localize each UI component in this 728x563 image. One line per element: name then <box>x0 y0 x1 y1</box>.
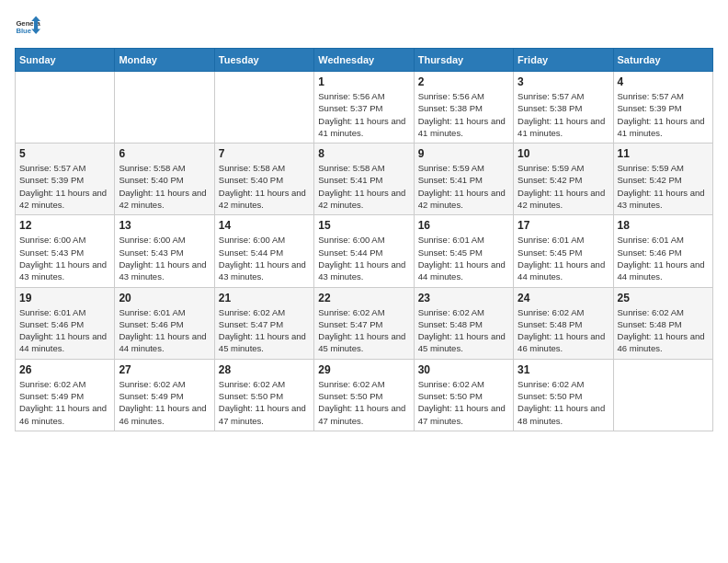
weekday-header: Tuesday <box>214 49 313 72</box>
day-info: Sunrise: 5:59 AM Sunset: 5:41 PM Dayligh… <box>418 162 509 211</box>
calendar-cell <box>613 359 712 431</box>
day-info: Sunrise: 6:01 AM Sunset: 5:46 PM Dayligh… <box>618 234 709 282</box>
calendar-cell: 18Sunrise: 6:01 AM Sunset: 5:46 PM Dayli… <box>613 215 712 287</box>
calendar-cell: 2Sunrise: 5:56 AM Sunset: 5:38 PM Daylig… <box>414 72 513 144</box>
day-number: 1 <box>318 75 409 88</box>
logo-icon: GeneralBlue <box>15 15 40 40</box>
day-number: 30 <box>418 363 509 376</box>
calendar-cell: 23Sunrise: 6:02 AM Sunset: 5:48 PM Dayli… <box>414 287 513 359</box>
day-number: 31 <box>518 363 609 376</box>
day-info: Sunrise: 6:02 AM Sunset: 5:47 PM Dayligh… <box>318 306 409 355</box>
day-info: Sunrise: 5:58 AM Sunset: 5:40 PM Dayligh… <box>119 162 210 211</box>
day-number: 28 <box>219 363 310 376</box>
day-number: 5 <box>19 147 110 160</box>
calendar-cell: 10Sunrise: 5:59 AM Sunset: 5:42 PM Dayli… <box>514 144 613 215</box>
day-info: Sunrise: 5:57 AM Sunset: 5:39 PM Dayligh… <box>618 90 709 139</box>
day-number: 22 <box>318 292 409 304</box>
day-number: 12 <box>19 219 110 232</box>
day-number: 16 <box>418 219 509 232</box>
day-number: 17 <box>518 219 609 232</box>
day-number: 26 <box>19 363 110 376</box>
calendar-week-row: 5Sunrise: 5:57 AM Sunset: 5:39 PM Daylig… <box>16 144 713 215</box>
day-info: Sunrise: 6:02 AM Sunset: 5:48 PM Dayligh… <box>518 306 609 355</box>
calendar-cell: 25Sunrise: 6:02 AM Sunset: 5:48 PM Dayli… <box>613 287 712 359</box>
calendar-cell: 11Sunrise: 5:59 AM Sunset: 5:42 PM Dayli… <box>613 144 712 215</box>
calendar-week-row: 1Sunrise: 5:56 AM Sunset: 5:37 PM Daylig… <box>16 72 713 144</box>
day-info: Sunrise: 5:56 AM Sunset: 5:38 PM Dayligh… <box>418 90 509 139</box>
weekday-header: Sunday <box>16 49 115 72</box>
svg-text:Blue: Blue <box>16 27 31 35</box>
day-info: Sunrise: 5:58 AM Sunset: 5:40 PM Dayligh… <box>219 162 310 211</box>
day-info: Sunrise: 6:02 AM Sunset: 5:50 PM Dayligh… <box>518 378 609 427</box>
calendar-cell: 13Sunrise: 6:00 AM Sunset: 5:43 PM Dayli… <box>115 215 214 287</box>
calendar-cell: 21Sunrise: 6:02 AM Sunset: 5:47 PM Dayli… <box>214 287 313 359</box>
calendar: SundayMondayTuesdayWednesdayThursdayFrid… <box>15 48 713 431</box>
calendar-week-row: 26Sunrise: 6:02 AM Sunset: 5:49 PM Dayli… <box>16 359 713 431</box>
day-info: Sunrise: 6:02 AM Sunset: 5:50 PM Dayligh… <box>219 378 310 427</box>
calendar-cell: 6Sunrise: 5:58 AM Sunset: 5:40 PM Daylig… <box>115 144 214 215</box>
day-info: Sunrise: 6:01 AM Sunset: 5:45 PM Dayligh… <box>418 234 509 282</box>
day-number: 3 <box>518 75 609 88</box>
calendar-cell: 1Sunrise: 5:56 AM Sunset: 5:37 PM Daylig… <box>314 72 414 144</box>
calendar-cell: 14Sunrise: 6:00 AM Sunset: 5:44 PM Dayli… <box>214 215 313 287</box>
calendar-cell: 22Sunrise: 6:02 AM Sunset: 5:47 PM Dayli… <box>314 287 414 359</box>
day-info: Sunrise: 6:02 AM Sunset: 5:49 PM Dayligh… <box>119 378 210 427</box>
day-number: 27 <box>119 363 210 376</box>
calendar-cell: 29Sunrise: 6:02 AM Sunset: 5:50 PM Dayli… <box>314 359 414 431</box>
calendar-cell: 17Sunrise: 6:01 AM Sunset: 5:45 PM Dayli… <box>514 215 613 287</box>
day-info: Sunrise: 5:59 AM Sunset: 5:42 PM Dayligh… <box>518 162 609 211</box>
day-number: 9 <box>418 147 509 160</box>
day-info: Sunrise: 5:56 AM Sunset: 5:37 PM Dayligh… <box>318 90 409 139</box>
day-info: Sunrise: 6:01 AM Sunset: 5:45 PM Dayligh… <box>518 234 609 282</box>
day-info: Sunrise: 6:02 AM Sunset: 5:50 PM Dayligh… <box>318 378 409 427</box>
day-info: Sunrise: 5:57 AM Sunset: 5:39 PM Dayligh… <box>19 162 110 211</box>
day-number: 15 <box>318 219 409 232</box>
day-info: Sunrise: 6:01 AM Sunset: 5:46 PM Dayligh… <box>119 306 210 355</box>
calendar-cell: 15Sunrise: 6:00 AM Sunset: 5:44 PM Dayli… <box>314 215 414 287</box>
calendar-cell: 27Sunrise: 6:02 AM Sunset: 5:49 PM Dayli… <box>115 359 214 431</box>
calendar-cell: 12Sunrise: 6:00 AM Sunset: 5:43 PM Dayli… <box>16 215 115 287</box>
day-number: 24 <box>518 292 609 304</box>
day-info: Sunrise: 6:00 AM Sunset: 5:43 PM Dayligh… <box>119 234 210 282</box>
calendar-cell: 31Sunrise: 6:02 AM Sunset: 5:50 PM Dayli… <box>514 359 613 431</box>
calendar-cell <box>115 72 214 144</box>
day-number: 13 <box>119 219 210 232</box>
day-number: 8 <box>318 147 409 160</box>
day-number: 23 <box>418 292 509 304</box>
weekday-header: Saturday <box>613 49 712 72</box>
day-info: Sunrise: 6:01 AM Sunset: 5:46 PM Dayligh… <box>19 306 110 355</box>
day-info: Sunrise: 6:02 AM Sunset: 5:48 PM Dayligh… <box>418 306 509 355</box>
day-number: 2 <box>418 75 509 88</box>
day-number: 25 <box>618 292 709 304</box>
day-number: 11 <box>618 147 709 160</box>
calendar-cell: 4Sunrise: 5:57 AM Sunset: 5:39 PM Daylig… <box>613 72 712 144</box>
day-number: 4 <box>618 75 709 88</box>
weekday-header-row: SundayMondayTuesdayWednesdayThursdayFrid… <box>16 49 713 72</box>
day-info: Sunrise: 5:59 AM Sunset: 5:42 PM Dayligh… <box>618 162 709 211</box>
day-number: 10 <box>518 147 609 160</box>
calendar-cell: 5Sunrise: 5:57 AM Sunset: 5:39 PM Daylig… <box>16 144 115 215</box>
calendar-cell: 26Sunrise: 6:02 AM Sunset: 5:49 PM Dayli… <box>16 359 115 431</box>
weekday-header: Wednesday <box>314 49 414 72</box>
day-info: Sunrise: 6:02 AM Sunset: 5:49 PM Dayligh… <box>19 378 110 427</box>
calendar-cell <box>16 72 115 144</box>
calendar-cell: 28Sunrise: 6:02 AM Sunset: 5:50 PM Dayli… <box>214 359 313 431</box>
day-info: Sunrise: 6:02 AM Sunset: 5:48 PM Dayligh… <box>618 306 709 355</box>
day-number: 18 <box>618 219 709 232</box>
day-number: 21 <box>219 292 310 304</box>
header: GeneralBlue <box>15 15 713 40</box>
day-info: Sunrise: 6:02 AM Sunset: 5:47 PM Dayligh… <box>219 306 310 355</box>
day-number: 14 <box>219 219 310 232</box>
day-number: 20 <box>119 292 210 304</box>
weekday-header: Thursday <box>414 49 513 72</box>
calendar-cell: 7Sunrise: 5:58 AM Sunset: 5:40 PM Daylig… <box>214 144 313 215</box>
day-number: 19 <box>19 292 110 304</box>
weekday-header: Monday <box>115 49 214 72</box>
calendar-cell: 16Sunrise: 6:01 AM Sunset: 5:45 PM Dayli… <box>414 215 513 287</box>
day-info: Sunrise: 6:02 AM Sunset: 5:50 PM Dayligh… <box>418 378 509 427</box>
day-info: Sunrise: 5:57 AM Sunset: 5:38 PM Dayligh… <box>518 90 609 139</box>
calendar-cell: 20Sunrise: 6:01 AM Sunset: 5:46 PM Dayli… <box>115 287 214 359</box>
day-info: Sunrise: 6:00 AM Sunset: 5:44 PM Dayligh… <box>219 234 310 282</box>
weekday-header: Friday <box>514 49 613 72</box>
logo: GeneralBlue <box>15 15 40 40</box>
